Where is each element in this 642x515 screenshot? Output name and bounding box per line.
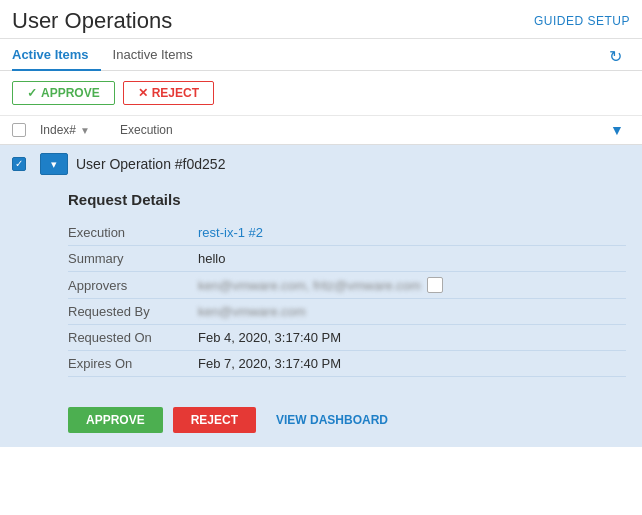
column-header-index[interactable]: Index# ▼: [40, 123, 120, 137]
label-expires-on: Expires On: [68, 356, 198, 371]
refresh-icon[interactable]: ↻: [609, 47, 622, 66]
expand-button[interactable]: ▾: [40, 153, 68, 175]
filter-icon[interactable]: ▼: [610, 122, 630, 138]
value-expires-on: Feb 7, 2020, 3:17:40 PM: [198, 356, 341, 371]
row-checkbox[interactable]: ✓: [12, 157, 26, 171]
label-summary: Summary: [68, 251, 198, 266]
tab-inactive-items[interactable]: Inactive Items: [113, 39, 205, 70]
approve-check-icon: ✓: [27, 86, 37, 100]
approve-top-button[interactable]: ✓ APPROVE: [12, 81, 115, 105]
table-header: Index# ▼ Execution ▼: [0, 116, 642, 145]
table-row: ✓ ▾ User Operation #f0d252: [0, 145, 642, 183]
approve-bottom-button[interactable]: APPROVE: [68, 407, 163, 433]
detail-row-expires-on: Expires On Feb 7, 2020, 3:17:40 PM: [68, 351, 626, 377]
tabs-container: Active Items Inactive Items ↻: [0, 39, 642, 71]
page-header: User Operations GUIDED SETUP: [0, 0, 642, 39]
label-approvers: Approvers: [68, 278, 198, 293]
detail-row-requested-by: Requested By ken@vmware.com: [68, 299, 626, 325]
page-title: User Operations: [12, 8, 172, 34]
reject-top-button[interactable]: ✕ REJECT: [123, 81, 214, 105]
guided-setup-link[interactable]: GUIDED SETUP: [534, 14, 630, 28]
detail-row-requested-on: Requested On Feb 4, 2020, 3:17:40 PM: [68, 325, 626, 351]
detail-panel: Request Details Execution rest-ix-1 #2 S…: [0, 183, 642, 393]
detail-row-approvers: Approvers ken@vmware.com, fritz@vmware.c…: [68, 272, 626, 299]
value-summary: hello: [198, 251, 225, 266]
select-all-checkbox[interactable]: [12, 123, 26, 137]
detail-row-execution: Execution rest-ix-1 #2: [68, 220, 626, 246]
approvers-expand-icon[interactable]: [427, 277, 443, 293]
actions-bar: ✓ APPROVE ✕ REJECT: [0, 71, 642, 116]
view-dashboard-button[interactable]: VIEW DASHBOARD: [266, 407, 398, 433]
bottom-actions: APPROVE REJECT VIEW DASHBOARD: [0, 393, 642, 447]
value-requested-on: Feb 4, 2020, 3:17:40 PM: [198, 330, 341, 345]
column-header-execution: Execution: [120, 123, 610, 137]
sort-icon: ▼: [80, 125, 90, 136]
value-execution[interactable]: rest-ix-1 #2: [198, 225, 263, 240]
detail-section-title: Request Details: [68, 191, 626, 208]
reject-bottom-button[interactable]: REJECT: [173, 407, 256, 433]
checkmark-icon: ✓: [15, 159, 23, 169]
row-checkbox-cell: ✓: [12, 157, 40, 171]
row-container: ✓ ▾ User Operation #f0d252 Request Detai…: [0, 145, 642, 447]
label-execution: Execution: [68, 225, 198, 240]
header-checkbox-cell: [12, 123, 40, 137]
value-requested-by: ken@vmware.com: [198, 304, 306, 319]
label-requested-on: Requested On: [68, 330, 198, 345]
tab-active-items[interactable]: Active Items: [12, 39, 101, 70]
detail-row-summary: Summary hello: [68, 246, 626, 272]
label-requested-by: Requested By: [68, 304, 198, 319]
reject-x-icon: ✕: [138, 86, 148, 100]
row-title: User Operation #f0d252: [76, 156, 225, 172]
chevron-down-icon: ▾: [51, 158, 57, 171]
approvers-text: ken@vmware.com, fritz@vmware.com: [198, 278, 421, 293]
value-approvers: ken@vmware.com, fritz@vmware.com: [198, 277, 443, 293]
